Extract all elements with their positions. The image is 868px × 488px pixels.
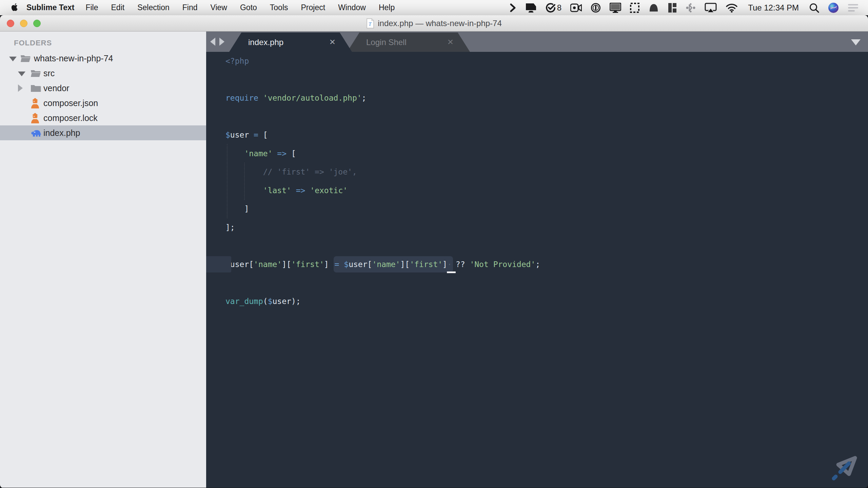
text-caret bbox=[447, 271, 456, 273]
menu-edit[interactable]: Edit bbox=[105, 3, 131, 12]
tab-label: Login Shell bbox=[366, 38, 407, 47]
onepassword-icon[interactable] bbox=[591, 3, 601, 13]
folder-closed-icon bbox=[31, 84, 41, 93]
things-badge-count: 8 bbox=[557, 3, 561, 13]
spotlight-search-icon[interactable] bbox=[809, 3, 819, 13]
code-editor[interactable]: <?phprequire 'vendor/autoload.php';$user… bbox=[206, 52, 868, 488]
code-line: ]; bbox=[206, 218, 868, 237]
wifi-icon[interactable] bbox=[726, 3, 738, 13]
code-line: $user = [ bbox=[206, 126, 868, 144]
composer-icon bbox=[31, 98, 40, 108]
code-line: // 'first' => 'joe', bbox=[206, 163, 868, 181]
tab-bar: index.php✕Login Shell✕ bbox=[206, 32, 868, 52]
code-line: ] bbox=[206, 200, 868, 218]
menu-project[interactable]: Project bbox=[295, 3, 332, 12]
window-panes-icon[interactable] bbox=[668, 3, 677, 13]
menu-file[interactable]: File bbox=[79, 3, 104, 12]
tab-close-icon[interactable]: ✕ bbox=[329, 38, 336, 47]
code-line bbox=[206, 107, 868, 126]
display-annotate-icon[interactable] bbox=[525, 3, 537, 13]
code-line bbox=[206, 273, 868, 292]
sidebar-item-composer-lock[interactable]: composer.lock bbox=[0, 110, 206, 125]
disclosure-expanded-icon[interactable] bbox=[18, 72, 25, 76]
display-icon[interactable] bbox=[610, 3, 621, 13]
code-line: $user['name']['first'] = $user['name']['… bbox=[206, 255, 868, 274]
code-line: <?php bbox=[206, 52, 868, 70]
file-label: whats-new-in-php-74 bbox=[34, 54, 113, 63]
sidebar-item-composer-json[interactable]: composer.json bbox=[0, 96, 206, 110]
selection-rect-icon[interactable] bbox=[630, 3, 639, 13]
code-line bbox=[206, 237, 868, 255]
code-line: 'name' => [ bbox=[206, 144, 868, 163]
sidebar-item-src[interactable]: src bbox=[0, 66, 206, 81]
composer-icon bbox=[31, 113, 40, 123]
tab-nav-back-icon[interactable] bbox=[210, 38, 215, 46]
code-line: 'last' => 'exotic' bbox=[206, 181, 868, 200]
menu-view[interactable]: View bbox=[204, 3, 234, 12]
bluetooth-connect-icon[interactable] bbox=[686, 3, 696, 13]
text-selection: = $user['name']['first']· bbox=[334, 256, 453, 272]
tab-list-dropdown-icon[interactable] bbox=[851, 39, 861, 45]
php-icon bbox=[31, 128, 42, 138]
disclosure-expanded-icon[interactable] bbox=[9, 57, 17, 61]
sidebar-file-tree: FOLDERS whats-new-in-php-74srcvendorcomp… bbox=[0, 32, 206, 488]
line-edge-highlight bbox=[206, 256, 231, 273]
sidebar-item-vendor[interactable]: vendor bbox=[0, 81, 206, 96]
sublime-text-window: T index.php — whats-new-in-php-74 FOLDER… bbox=[0, 15, 868, 488]
tab-login-shell[interactable]: Login Shell✕ bbox=[347, 33, 470, 52]
menu-find[interactable]: Find bbox=[176, 3, 204, 12]
macos-menu-bar: Sublime Text FileEditSelectionFindViewGo… bbox=[0, 0, 868, 15]
disclosure-collapsed-icon[interactable] bbox=[18, 84, 23, 92]
menu-tools[interactable]: Tools bbox=[263, 3, 295, 12]
airplay-icon[interactable] bbox=[705, 3, 717, 13]
tab-close-icon[interactable]: ✕ bbox=[447, 38, 454, 47]
sidebar-item-whats-new-in-php-74[interactable]: whats-new-in-php-74 bbox=[0, 51, 206, 66]
file-label: src bbox=[43, 68, 55, 78]
notification-center-icon[interactable] bbox=[848, 3, 859, 12]
folders-section-header: FOLDERS bbox=[14, 39, 206, 47]
apple-menu-icon[interactable] bbox=[10, 3, 19, 13]
sidebar-item-index-php[interactable]: index.php bbox=[0, 125, 206, 140]
folder-open-icon bbox=[20, 54, 31, 63]
menu-selection[interactable]: Selection bbox=[131, 3, 176, 12]
file-label: composer.lock bbox=[43, 113, 98, 123]
folder-tree: whats-new-in-php-74srcvendorcomposer.jso… bbox=[0, 51, 206, 140]
active-app-name[interactable]: Sublime Text bbox=[26, 3, 74, 12]
menu-goto[interactable]: Goto bbox=[234, 3, 263, 12]
file-label: index.php bbox=[43, 128, 80, 138]
document-icon: T bbox=[366, 18, 374, 28]
menu-window[interactable]: Window bbox=[332, 3, 372, 12]
file-label: vendor bbox=[43, 83, 69, 93]
screencast-logo bbox=[829, 450, 862, 483]
bell-icon[interactable] bbox=[648, 3, 659, 13]
editor-column: index.php✕Login Shell✕ <?phprequire 'ven… bbox=[206, 32, 868, 488]
menu-help[interactable]: Help bbox=[372, 3, 401, 12]
screen-record-camera-icon[interactable] bbox=[570, 3, 582, 12]
window-title: index.php — whats-new-in-php-74 bbox=[378, 19, 502, 28]
menu-bar-status-area: 8 bbox=[510, 2, 868, 13]
overflow-chevron-icon[interactable] bbox=[510, 3, 516, 13]
folder-open-icon bbox=[31, 69, 41, 78]
tab-label: index.php bbox=[248, 38, 283, 47]
things-check-icon[interactable]: 8 bbox=[546, 3, 561, 13]
menu-bar-clock[interactable]: Tue 12:34 PM bbox=[747, 3, 800, 13]
tab-nav-forward-icon[interactable] bbox=[219, 38, 224, 46]
code-line: require 'vendor/autoload.php'; bbox=[206, 89, 868, 107]
siri-icon[interactable] bbox=[828, 2, 839, 13]
code-line: var_dump($user); bbox=[206, 292, 868, 311]
menu-items: FileEditSelectionFindViewGotoToolsProjec… bbox=[79, 3, 401, 12]
tab-index.php[interactable]: index.php✕ bbox=[229, 33, 352, 52]
file-label: composer.json bbox=[43, 98, 98, 108]
window-title-bar[interactable]: T index.php — whats-new-in-php-74 bbox=[0, 15, 868, 32]
code-line bbox=[206, 70, 868, 89]
